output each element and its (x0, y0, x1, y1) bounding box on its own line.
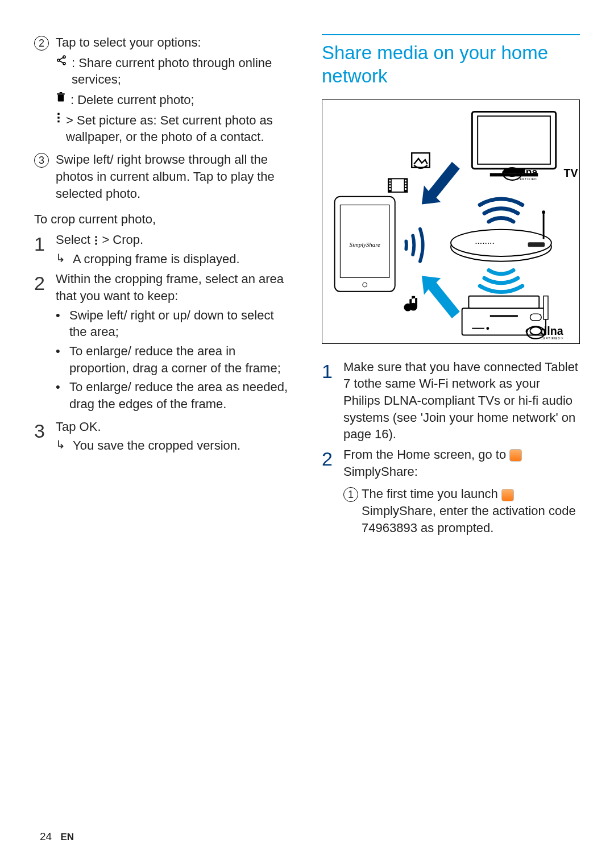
crop2-b3: To enlarge/ reduce the area as needed, d… (69, 379, 292, 412)
film-icon (388, 178, 407, 192)
simplyshare-label: SimplyShare (343, 464, 414, 479)
left-column: 2 Tap to select your options: : Share cu… (34, 34, 292, 543)
svg-point-20 (542, 210, 545, 214)
wifi-arcs-icon (480, 198, 522, 221)
page-footer: 24 EN (40, 829, 74, 844)
crop1-result: A cropping frame is displayed. (73, 251, 240, 268)
svg-text:•  •  •  •    •  •  •  •: • • • • • • • • (475, 241, 494, 245)
tv-label: TV (563, 167, 578, 179)
svg-rect-5 (58, 95, 64, 102)
svg-rect-49 (405, 185, 406, 187)
step3: Swipe left/ right browse through all the… (56, 151, 292, 202)
svg-rect-12 (96, 240, 97, 242)
crop3: Tap OK. (56, 420, 101, 434)
share-step2: From the Home screen, go to (343, 447, 522, 462)
circled-2: 2 (34, 36, 49, 51)
svg-rect-50 (405, 188, 406, 190)
svg-rect-6 (57, 93, 65, 94)
svg-rect-11 (96, 236, 97, 238)
tablet-icon: SimplyShare (335, 196, 395, 291)
setpic-line: > Set picture as: Set current photo as w… (66, 112, 292, 146)
svg-rect-10 (57, 121, 59, 122)
crop2-b1: Swipe left/ right or up/ down to select … (69, 307, 292, 340)
simplyshare-app-icon (501, 489, 514, 501)
bignum-3: 3 (34, 418, 53, 445)
share-step2-sub: The first time you launch (362, 487, 514, 501)
share-text: : Share current photo through online ser… (72, 55, 292, 88)
svg-rect-46 (389, 188, 391, 190)
arrow-to-hifi-icon (422, 276, 460, 318)
svg-rect-45 (389, 185, 391, 187)
wifi-arcs-down-icon (480, 270, 522, 292)
svg-text:CERTIFIED: CERTIFIED (517, 178, 537, 181)
overflow-icon (94, 235, 98, 246)
svg-line-4 (60, 61, 64, 63)
svg-text:CERTIFIED™: CERTIFIED™ (541, 337, 564, 340)
svg-rect-24 (478, 116, 550, 164)
tablet-label: SimplyShare (350, 241, 380, 248)
simplyshare-app-icon (509, 449, 522, 462)
crop2-b2: To enlarge/ reduce the area in proportio… (69, 343, 292, 376)
delete-text: : Delete current photo; (70, 92, 194, 109)
circled-1: 1 (343, 487, 358, 502)
svg-rect-44 (389, 182, 391, 184)
section-rule (322, 34, 580, 35)
svg-rect-35 (544, 296, 548, 319)
svg-line-3 (60, 57, 64, 60)
svg-rect-48 (405, 182, 406, 184)
result-arrow-icon: ↳ (56, 437, 68, 454)
svg-text:dlna: dlna (540, 325, 563, 337)
gallery-icon (412, 153, 429, 168)
svg-rect-47 (405, 180, 406, 181)
step2-lead: Tap to select your options: (56, 35, 201, 49)
network-diagram: SimplyShare • • • • • • • • (322, 99, 580, 344)
crop1: Select > Crop. (56, 232, 143, 247)
svg-rect-22 (528, 242, 545, 247)
right-column: Share media on your home network SimplyS… (322, 34, 580, 543)
wifi-ripple-icon (406, 229, 422, 261)
share-step1: Make sure that you have connected Tablet… (343, 359, 580, 443)
svg-rect-43 (389, 180, 391, 181)
svg-rect-13 (96, 243, 97, 245)
svg-rect-31 (490, 315, 518, 317)
svg-marker-38 (422, 161, 460, 204)
result-arrow-icon: ↳ (56, 251, 68, 268)
crop2: Within the cropping frame, select an are… (56, 272, 284, 303)
svg-rect-9 (57, 117, 59, 118)
svg-rect-8 (57, 113, 59, 114)
trash-icon (56, 92, 66, 109)
crop-heading: To crop current photo, (34, 211, 292, 228)
bignum-2-r: 2 (322, 446, 341, 472)
circled-3: 3 (34, 153, 49, 168)
music-icon (404, 296, 417, 311)
page-number: 24 (40, 830, 52, 842)
svg-text:dlna: dlna (517, 167, 537, 178)
page-lang: EN (60, 832, 74, 842)
svg-rect-30 (468, 296, 539, 308)
svg-rect-7 (60, 92, 63, 93)
arrow-to-tv-icon (422, 161, 460, 204)
share-icon (56, 55, 67, 88)
crop3-result: You save the cropped version. (73, 437, 240, 454)
svg-point-34 (486, 327, 489, 330)
section-heading: Share media on your home network (322, 41, 580, 88)
svg-rect-29 (462, 308, 546, 335)
hifi-icon (462, 296, 548, 335)
overflow-icon (56, 112, 61, 146)
bignum-2: 2 (34, 271, 53, 297)
svg-marker-39 (422, 276, 460, 318)
bignum-1-r: 1 (322, 359, 341, 385)
bignum-1: 1 (34, 231, 53, 258)
